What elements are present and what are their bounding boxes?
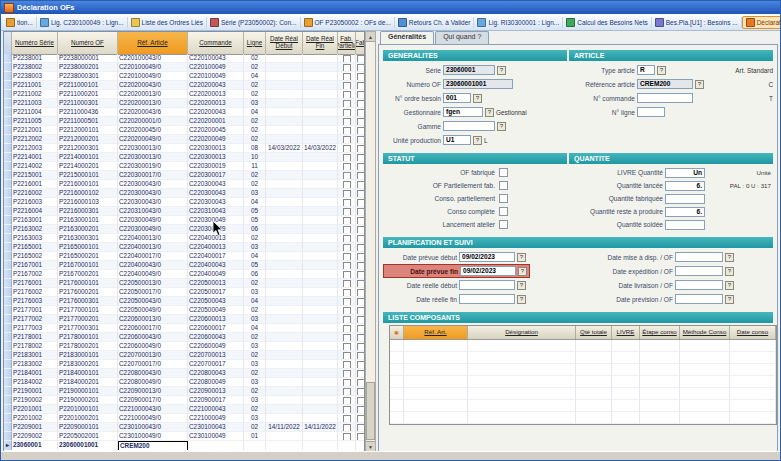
gamme-field[interactable] <box>443 121 495 131</box>
fab-partielle-checkbox[interactable] <box>343 415 351 423</box>
toolbar-item[interactable]: Série (P23050002): Con... <box>207 17 301 28</box>
grid-row[interactable]: P2215001P2215000101C220300017/0C22030001… <box>4 171 364 180</box>
grid-new-row[interactable]: ▸2306000123060001001CREM200 <box>4 441 364 450</box>
fab-checkbox[interactable] <box>357 307 364 315</box>
serie-field[interactable]: 23060001 <box>443 65 495 75</box>
fab-partielle-checkbox[interactable] <box>343 406 351 414</box>
numero-of-field[interactable]: 23060001001 <box>443 79 513 89</box>
fab-partielle-checkbox[interactable] <box>343 361 351 369</box>
composants-row[interactable] <box>390 352 776 364</box>
date-field[interactable]: 09/02/2023 <box>459 252 515 262</box>
fab-partielle-checkbox[interactable] <box>343 253 351 261</box>
fab-partielle-checkbox[interactable] <box>343 343 351 351</box>
unite-production-field[interactable]: U1 <box>443 135 471 145</box>
scroll-thumb[interactable] <box>366 382 375 440</box>
grid-column-header[interactable]: Réf. Article <box>118 32 188 54</box>
fab-partielle-checkbox[interactable] <box>343 145 351 153</box>
fab-partielle-checkbox[interactable] <box>343 397 351 405</box>
toolbar-item[interactable]: tion... <box>3 17 37 28</box>
fab-checkbox[interactable] <box>357 127 364 135</box>
fab-checkbox[interactable] <box>357 172 364 180</box>
fab-checkbox[interactable] <box>357 334 364 342</box>
ordre-besoin-field[interactable]: 001 <box>443 93 471 103</box>
grid-row[interactable]: P2212002P2212000201C220200049/0C22020004… <box>4 135 364 144</box>
fab-checkbox[interactable] <box>357 226 364 234</box>
composants-row[interactable] <box>390 400 776 412</box>
fab-partielle-checkbox[interactable] <box>343 100 351 108</box>
quantity-field[interactable] <box>665 194 705 204</box>
grid-row[interactable]: P2216001P2216000101C220300043/0C22030004… <box>4 180 364 189</box>
fab-checkbox[interactable] <box>357 406 364 414</box>
grid-row[interactable]: P2216004P2216000301C220310043/0C22031004… <box>4 207 364 216</box>
fab-checkbox[interactable] <box>357 244 364 252</box>
grid-row[interactable]: P2190001P2190000101C220900013/0C22090001… <box>4 387 364 396</box>
composants-column-header[interactable]: Réf. Art. <box>404 326 468 339</box>
grid-row[interactable]: P2238003P2238000301C220100049/0C22010004… <box>4 72 364 81</box>
fab-partielle-checkbox[interactable] <box>343 136 351 144</box>
grid-column-header[interactable]: Numéro Série <box>12 32 58 54</box>
fab-checkbox[interactable] <box>357 325 364 333</box>
statut-checkbox[interactable] <box>499 181 508 190</box>
type-article-field[interactable]: R <box>637 65 655 75</box>
fab-partielle-checkbox[interactable] <box>343 280 351 288</box>
help-button[interactable]: ? <box>725 295 734 304</box>
grid-row[interactable]: P2211003P2211000301C220200013/0C22020001… <box>4 99 364 108</box>
toolbar-item[interactable]: Bes.Pla.[U1] : Besoins ... <box>652 17 742 28</box>
fab-checkbox[interactable] <box>357 370 364 378</box>
fab-partielle-checkbox[interactable] <box>343 433 351 441</box>
fab-partielle-checkbox[interactable] <box>343 64 351 72</box>
help-button[interactable]: ? <box>657 66 666 75</box>
composants-row[interactable] <box>390 364 776 376</box>
help-button[interactable]: ? <box>497 122 506 131</box>
date-field[interactable] <box>675 252 723 262</box>
composants-row[interactable] <box>390 412 776 424</box>
grid-column-header[interactable]: Commande <box>188 32 244 54</box>
grid-column-header[interactable]: Date Réal Fin <box>303 32 338 54</box>
grid-row[interactable]: P2184002P2184000201C220800049/0C22080004… <box>4 378 364 387</box>
scroll-track[interactable] <box>366 42 375 441</box>
quantity-field[interactable]: Un <box>665 168 705 178</box>
grid-column-header[interactable]: Fab <box>356 32 365 54</box>
fab-checkbox[interactable] <box>357 100 364 108</box>
window-titlebar[interactable]: Déclaration OFs <box>1 1 780 14</box>
fab-checkbox[interactable] <box>357 82 364 90</box>
grid-row[interactable]: P2167001P2167000101C220400043/0C22040004… <box>4 261 364 270</box>
grid-row[interactable]: P2163001P2163000101C220300049/0C22030004… <box>4 216 364 225</box>
fab-checkbox[interactable] <box>357 397 364 405</box>
fab-checkbox[interactable] <box>357 208 364 216</box>
fab-checkbox[interactable] <box>357 298 364 306</box>
fab-partielle-checkbox[interactable] <box>343 388 351 396</box>
fab-partielle-checkbox[interactable] <box>343 379 351 387</box>
quantity-field[interactable]: 6. <box>665 207 705 217</box>
fab-partielle-checkbox[interactable] <box>343 316 351 324</box>
grid-row[interactable]: P2201001P2201000101C221000043/0C22100004… <box>4 405 364 414</box>
grid-row[interactable]: P2177002P2177000201C220600013/0C22060001… <box>4 315 364 324</box>
toolbar-item[interactable]: Lig. RI30300001 : Lign... <box>474 17 563 28</box>
fab-partielle-checkbox[interactable] <box>343 190 351 198</box>
fab-checkbox[interactable] <box>357 316 364 324</box>
fab-checkbox[interactable] <box>357 73 364 81</box>
grid-row[interactable]: P2177003P2177000301C220600017/0C22060001… <box>4 324 364 333</box>
grid-row[interactable]: P2165002P2165000201C220400017/0C22040001… <box>4 252 364 261</box>
help-button[interactable]: ? <box>725 281 734 290</box>
grid-row[interactable]: P2176002P2176000201C220500017/0C22050001… <box>4 288 364 297</box>
fab-checkbox[interactable] <box>357 433 364 441</box>
grid-row[interactable]: P2183002P2183000201C220700017/0C22070001… <box>4 360 364 369</box>
composants-column-header[interactable]: Date conso <box>730 326 776 339</box>
fab-partielle-checkbox[interactable] <box>343 91 351 99</box>
statut-checkbox[interactable] <box>499 168 508 177</box>
fab-checkbox[interactable] <box>357 91 364 99</box>
help-button[interactable]: ? <box>517 281 526 290</box>
article-edit-cell[interactable]: CREM200 <box>118 441 188 450</box>
grid-column-header[interactable]: Numéro OF <box>58 32 118 54</box>
grid-row[interactable]: P2214002P2214000201C220300019/0C22030001… <box>4 162 364 171</box>
grid-row[interactable]: P2201002P2201000201C221000049/0C22100004… <box>4 414 364 423</box>
grid-row[interactable]: P2177001P2177000101C220500049/0C22050004… <box>4 306 364 315</box>
fab-checkbox[interactable] <box>357 217 364 225</box>
fab-checkbox[interactable] <box>357 145 364 153</box>
composants-column-header[interactable]: LIVRE <box>612 326 640 339</box>
help-button[interactable]: ? <box>725 253 734 262</box>
help-button[interactable]: ? <box>517 295 526 304</box>
fab-partielle-checkbox[interactable] <box>343 226 351 234</box>
fab-checkbox[interactable] <box>357 289 364 297</box>
